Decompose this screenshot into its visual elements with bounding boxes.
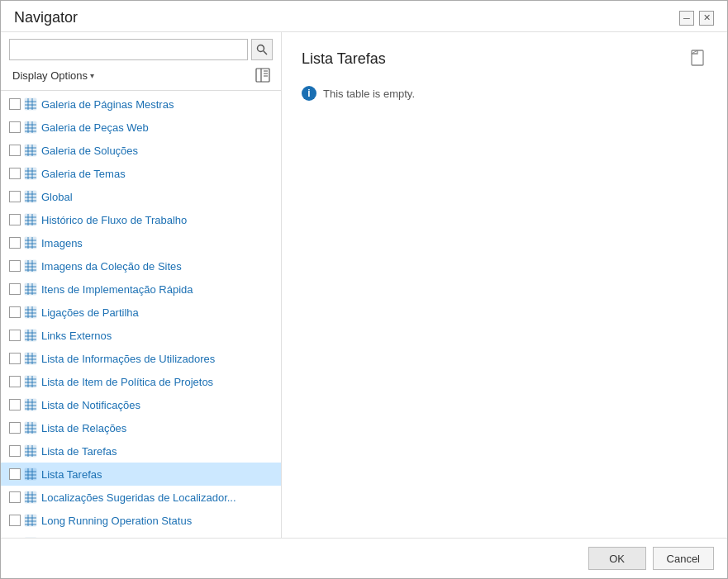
search-icon <box>256 44 268 55</box>
item-checkbox[interactable] <box>9 515 21 526</box>
list-item[interactable]: Localizações Sugeridas de Localizador... <box>1 486 281 509</box>
search-input[interactable] <box>9 39 248 60</box>
item-checkbox[interactable] <box>9 98 21 110</box>
dialog-footer: OK Cancel <box>1 538 727 578</box>
list-item[interactable]: Lista de Item de Política de Projetos <box>1 370 281 393</box>
table-icon <box>24 537 37 538</box>
item-checkbox[interactable] <box>9 214 21 225</box>
list-item[interactable]: Lista Tarefas <box>1 463 281 486</box>
display-options-label: Display Options <box>12 69 88 82</box>
item-checkbox[interactable] <box>9 121 21 133</box>
item-label: Itens de Implementação Rápida <box>41 283 193 296</box>
right-panel: Lista Tarefas i This table is empty. <box>282 32 727 538</box>
item-checkbox[interactable] <box>9 376 21 387</box>
item-checkbox[interactable] <box>9 145 21 156</box>
table-icon <box>24 259 37 273</box>
list-item[interactable]: Lista de Informações de Utilizadores <box>1 347 281 370</box>
table-icon <box>24 352 37 365</box>
item-checkbox[interactable] <box>9 168 21 179</box>
display-options-button[interactable]: Display Options ▾ <box>9 68 98 83</box>
item-checkbox[interactable] <box>9 399 21 411</box>
right-panel-header: Lista Tarefas <box>302 49 707 69</box>
item-label: Galeria de Soluções <box>41 145 138 157</box>
item-label: Lista de Item de Política de Projetos <box>41 376 213 388</box>
item-label: Lista de Notificações <box>41 399 140 411</box>
table-icon <box>24 213 37 226</box>
item-checkbox[interactable] <box>9 468 21 480</box>
list-item[interactable]: Galeria de Páginas Mestras <box>1 93 281 116</box>
item-checkbox[interactable] <box>9 237 21 249</box>
preview-icon <box>689 49 707 67</box>
item-checkbox[interactable] <box>9 191 21 202</box>
list-item[interactable]: Imagens <box>1 231 281 254</box>
minimize-button[interactable]: ─ <box>679 11 694 26</box>
table-icon <box>24 144 37 157</box>
item-label: Galeria de Páginas Mestras <box>41 98 174 111</box>
table-icon <box>24 491 37 504</box>
item-checkbox[interactable] <box>9 445 21 457</box>
list-item[interactable]: Itens de Implementação Rápida <box>1 278 281 301</box>
svg-rect-2 <box>256 69 269 82</box>
list-container[interactable]: Galeria de Páginas Mestras Galeria de Pe… <box>1 93 281 538</box>
right-panel-title: Lista Tarefas <box>302 50 386 68</box>
list-item[interactable]: Galeria de Peças Web <box>1 116 281 139</box>
list-item[interactable]: Links Externos <box>1 324 281 347</box>
search-button[interactable] <box>251 39 273 60</box>
title-bar: Navigator ─ ✕ <box>1 1 727 31</box>
title-bar-controls: ─ ✕ <box>679 11 714 26</box>
item-checkbox[interactable] <box>9 491 21 503</box>
list-item[interactable]: Lista de Relações <box>1 416 281 439</box>
ok-button[interactable]: OK <box>588 547 646 570</box>
info-icon: i <box>302 86 316 101</box>
list-item[interactable]: Ligações de Partilha <box>1 301 281 324</box>
right-panel-toggle-button[interactable] <box>253 65 273 85</box>
item-checkbox[interactable] <box>9 422 21 434</box>
table-icon <box>24 97 37 111</box>
list-item[interactable]: Modelos de Formulário <box>1 532 281 538</box>
list-item[interactable]: Lista de Notificações <box>1 393 281 416</box>
list-item[interactable]: Long Running Operation Status <box>1 509 281 532</box>
list-item[interactable]: Histórico de Fluxo de Trabalho <box>1 208 281 231</box>
table-icon <box>24 398 37 411</box>
item-label: Lista de Informações de Utilizadores <box>41 353 215 365</box>
list-item[interactable]: Global <box>1 185 281 208</box>
item-label: Imagens <box>41 237 83 249</box>
item-checkbox[interactable] <box>9 260 21 272</box>
panel-icon <box>255 68 270 83</box>
table-icon <box>24 167 37 180</box>
table-icon <box>24 236 37 249</box>
list-item[interactable]: Galeria de Temas <box>1 162 281 185</box>
table-icon <box>24 306 37 319</box>
list-separator <box>1 90 281 91</box>
item-checkbox[interactable] <box>9 330 21 341</box>
item-checkbox[interactable] <box>9 306 21 318</box>
item-label: Imagens da Coleção de Sites <box>41 260 182 273</box>
table-icon <box>24 375 37 388</box>
item-label: Long Running Operation Status <box>41 515 192 527</box>
item-label: Lista de Relações <box>41 422 126 434</box>
table-icon <box>24 444 37 458</box>
dialog-title: Navigator <box>14 9 78 26</box>
empty-text: This table is empty. <box>323 88 415 100</box>
expand-icon: ▾ <box>90 71 94 80</box>
item-label: Localizações Sugeridas de Localizador... <box>41 491 236 504</box>
item-label: Lista de Tarefas <box>41 445 117 458</box>
left-panel: Display Options ▾ <box>1 32 282 538</box>
item-label: Ligações de Partilha <box>41 306 139 319</box>
list-item[interactable]: Galeria de Soluções <box>1 139 281 162</box>
table-icon <box>24 190 37 203</box>
list-item[interactable]: Lista de Tarefas <box>1 439 281 463</box>
table-icon <box>24 421 37 434</box>
item-label: Links Externos <box>41 330 112 342</box>
item-label: Galeria de Temas <box>41 168 126 180</box>
options-row: Display Options ▾ <box>1 64 281 88</box>
svg-line-1 <box>264 51 267 55</box>
table-icon <box>24 121 37 134</box>
preview-button[interactable] <box>689 49 707 69</box>
cancel-button[interactable]: Cancel <box>653 547 714 570</box>
table-icon <box>24 514 37 527</box>
close-button[interactable]: ✕ <box>699 11 714 26</box>
list-item[interactable]: Imagens da Coleção de Sites <box>1 254 281 278</box>
item-checkbox[interactable] <box>9 353 21 364</box>
item-checkbox[interactable] <box>9 283 21 295</box>
